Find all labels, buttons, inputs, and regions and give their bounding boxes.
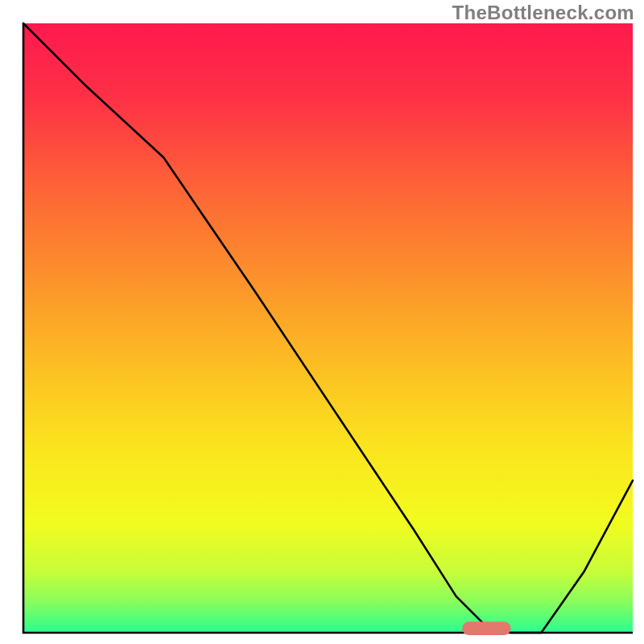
chart-container: TheBottleneck.com bbox=[0, 0, 644, 644]
optimal-marker bbox=[462, 621, 511, 635]
plot-background bbox=[23, 23, 633, 633]
bottleneck-chart bbox=[0, 0, 644, 644]
watermark-label: TheBottleneck.com bbox=[452, 2, 634, 24]
